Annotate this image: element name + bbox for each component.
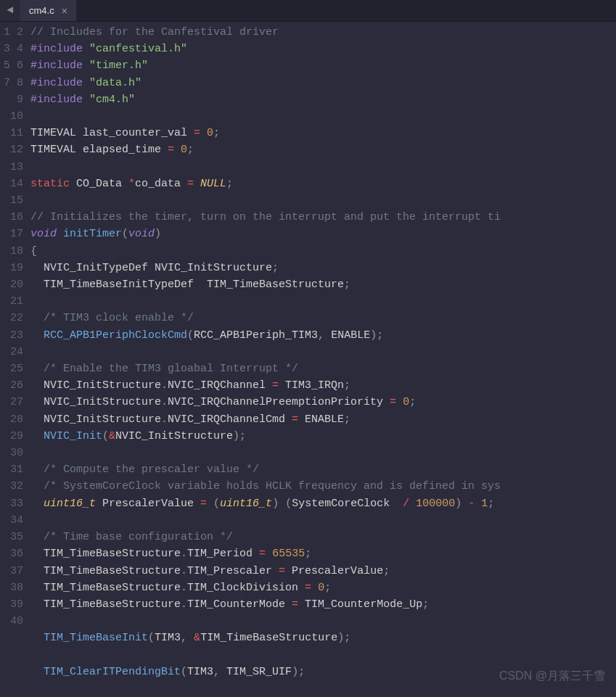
code-editor[interactable]: 1 2 3 4 5 6 7 8 9 10 11 12 13 14 15 16 1… (0, 22, 616, 697)
tab-file[interactable]: cm4.c × (20, 0, 76, 21)
chevron-left-icon: ◄ (7, 4, 13, 17)
tab-label: cm4.c (29, 5, 54, 16)
close-icon[interactable]: × (62, 5, 67, 17)
code-content[interactable]: // Includes for the Canfestival driver #… (30, 22, 616, 697)
tab-bar: ◄ cm4.c × (0, 0, 616, 22)
watermark: CSDN @月落三千雪 (499, 669, 605, 684)
tab-scroll-prev[interactable]: ◄ (0, 0, 20, 21)
gutter: 1 2 3 4 5 6 7 8 9 10 11 12 13 14 15 16 1… (0, 22, 30, 697)
